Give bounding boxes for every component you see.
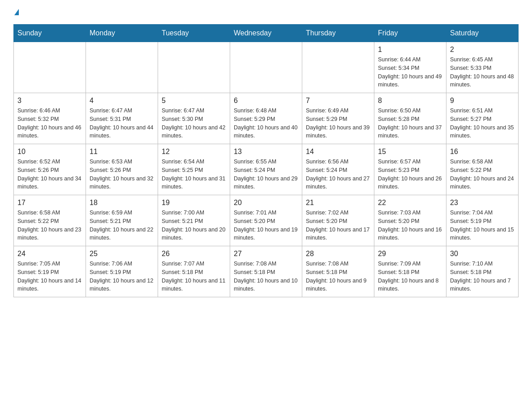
calendar-cell: 21Sunrise: 7:02 AMSunset: 5:20 PMDayligh… — [302, 195, 374, 246]
calendar-cell: 20Sunrise: 7:01 AMSunset: 5:20 PMDayligh… — [230, 195, 302, 246]
calendar-cell: 16Sunrise: 6:58 AMSunset: 5:22 PMDayligh… — [446, 144, 519, 195]
day-info: Sunrise: 7:10 AMSunset: 5:18 PMDaylight:… — [450, 260, 515, 293]
logo-triangle-icon — [14, 9, 19, 15]
day-info: Sunrise: 6:47 AMSunset: 5:30 PMDaylight:… — [162, 107, 226, 140]
day-number: 28 — [306, 250, 370, 258]
calendar-cell: 18Sunrise: 6:59 AMSunset: 5:21 PMDayligh… — [86, 195, 158, 246]
day-info: Sunrise: 6:44 AMSunset: 5:34 PMDaylight:… — [378, 56, 442, 89]
day-number: 24 — [17, 250, 82, 258]
header — [13, 9, 519, 15]
calendar-cell: 9Sunrise: 6:51 AMSunset: 5:27 PMDaylight… — [446, 93, 519, 144]
day-info: Sunrise: 6:51 AMSunset: 5:27 PMDaylight:… — [450, 107, 515, 140]
day-info: Sunrise: 6:52 AMSunset: 5:26 PMDaylight:… — [17, 158, 82, 191]
logo — [13, 9, 19, 15]
day-number: 4 — [90, 97, 154, 105]
day-info: Sunrise: 6:46 AMSunset: 5:32 PMDaylight:… — [17, 107, 82, 140]
calendar-cell — [158, 42, 230, 93]
day-number: 30 — [450, 250, 515, 258]
calendar-cell: 15Sunrise: 6:57 AMSunset: 5:23 PMDayligh… — [374, 144, 446, 195]
day-number: 19 — [162, 199, 226, 207]
calendar-body: 1Sunrise: 6:44 AMSunset: 5:34 PMDaylight… — [14, 42, 519, 297]
day-info: Sunrise: 6:55 AMSunset: 5:24 PMDaylight:… — [234, 158, 298, 191]
header-day-friday: Friday — [374, 25, 446, 42]
day-number: 5 — [162, 97, 226, 105]
header-day-monday: Monday — [86, 25, 158, 42]
calendar-cell: 29Sunrise: 7:09 AMSunset: 5:18 PMDayligh… — [374, 246, 446, 297]
header-day-wednesday: Wednesday — [230, 25, 302, 42]
day-info: Sunrise: 7:09 AMSunset: 5:18 PMDaylight:… — [378, 260, 442, 293]
day-info: Sunrise: 6:49 AMSunset: 5:29 PMDaylight:… — [306, 107, 370, 140]
calendar-cell: 7Sunrise: 6:49 AMSunset: 5:29 PMDaylight… — [302, 93, 374, 144]
header-day-saturday: Saturday — [446, 25, 519, 42]
day-number: 8 — [378, 97, 442, 105]
day-info: Sunrise: 6:57 AMSunset: 5:23 PMDaylight:… — [378, 158, 442, 191]
calendar-cell: 3Sunrise: 6:46 AMSunset: 5:32 PMDaylight… — [14, 93, 86, 144]
calendar-cell: 12Sunrise: 6:54 AMSunset: 5:25 PMDayligh… — [158, 144, 230, 195]
day-number: 18 — [90, 199, 154, 207]
calendar-header: SundayMondayTuesdayWednesdayThursdayFrid… — [14, 25, 519, 42]
week-row-1: 3Sunrise: 6:46 AMSunset: 5:32 PMDaylight… — [14, 93, 519, 144]
day-info: Sunrise: 7:03 AMSunset: 5:20 PMDaylight:… — [378, 209, 442, 242]
day-number: 11 — [90, 148, 154, 156]
day-info: Sunrise: 6:50 AMSunset: 5:28 PMDaylight:… — [378, 107, 442, 140]
day-info: Sunrise: 7:02 AMSunset: 5:20 PMDaylight:… — [306, 209, 370, 242]
week-row-4: 24Sunrise: 7:05 AMSunset: 5:19 PMDayligh… — [14, 246, 519, 297]
day-number: 25 — [90, 250, 154, 258]
day-number: 14 — [306, 148, 370, 156]
day-number: 12 — [162, 148, 226, 156]
day-info: Sunrise: 7:08 AMSunset: 5:18 PMDaylight:… — [306, 260, 370, 293]
day-number: 9 — [450, 97, 515, 105]
day-number: 3 — [17, 97, 82, 105]
day-number: 7 — [306, 97, 370, 105]
day-info: Sunrise: 6:45 AMSunset: 5:33 PMDaylight:… — [450, 56, 515, 89]
calendar-cell: 13Sunrise: 6:55 AMSunset: 5:24 PMDayligh… — [230, 144, 302, 195]
header-day-thursday: Thursday — [302, 25, 374, 42]
day-info: Sunrise: 6:59 AMSunset: 5:21 PMDaylight:… — [90, 209, 154, 242]
calendar-cell — [14, 42, 86, 93]
calendar-table: SundayMondayTuesdayWednesdayThursdayFrid… — [13, 24, 519, 297]
calendar-cell: 25Sunrise: 7:06 AMSunset: 5:19 PMDayligh… — [86, 246, 158, 297]
day-number: 17 — [17, 199, 82, 207]
day-number: 21 — [306, 199, 370, 207]
calendar-cell: 26Sunrise: 7:07 AMSunset: 5:18 PMDayligh… — [158, 246, 230, 297]
day-number: 15 — [378, 148, 442, 156]
week-row-3: 17Sunrise: 6:58 AMSunset: 5:22 PMDayligh… — [14, 195, 519, 246]
calendar-cell: 19Sunrise: 7:00 AMSunset: 5:21 PMDayligh… — [158, 195, 230, 246]
week-row-2: 10Sunrise: 6:52 AMSunset: 5:26 PMDayligh… — [14, 144, 519, 195]
calendar-cell: 30Sunrise: 7:10 AMSunset: 5:18 PMDayligh… — [446, 246, 519, 297]
calendar-cell: 11Sunrise: 6:53 AMSunset: 5:26 PMDayligh… — [86, 144, 158, 195]
calendar-cell: 23Sunrise: 7:04 AMSunset: 5:19 PMDayligh… — [446, 195, 519, 246]
calendar-cell: 5Sunrise: 6:47 AMSunset: 5:30 PMDaylight… — [158, 93, 230, 144]
day-number: 26 — [162, 250, 226, 258]
day-number: 22 — [378, 199, 442, 207]
calendar-cell: 17Sunrise: 6:58 AMSunset: 5:22 PMDayligh… — [14, 195, 86, 246]
day-info: Sunrise: 7:04 AMSunset: 5:19 PMDaylight:… — [450, 209, 515, 242]
day-info: Sunrise: 6:58 AMSunset: 5:22 PMDaylight:… — [450, 158, 515, 191]
day-info: Sunrise: 7:05 AMSunset: 5:19 PMDaylight:… — [17, 260, 82, 293]
header-day-tuesday: Tuesday — [158, 25, 230, 42]
calendar-cell: 6Sunrise: 6:48 AMSunset: 5:29 PMDaylight… — [230, 93, 302, 144]
calendar-cell — [302, 42, 374, 93]
day-info: Sunrise: 7:01 AMSunset: 5:20 PMDaylight:… — [234, 209, 298, 242]
day-info: Sunrise: 6:58 AMSunset: 5:22 PMDaylight:… — [17, 209, 82, 242]
day-number: 27 — [234, 250, 298, 258]
day-number: 1 — [378, 46, 442, 54]
calendar-cell: 28Sunrise: 7:08 AMSunset: 5:18 PMDayligh… — [302, 246, 374, 297]
day-info: Sunrise: 6:56 AMSunset: 5:24 PMDaylight:… — [306, 158, 370, 191]
day-info: Sunrise: 6:47 AMSunset: 5:31 PMDaylight:… — [90, 107, 154, 140]
calendar-cell — [86, 42, 158, 93]
day-info: Sunrise: 7:08 AMSunset: 5:18 PMDaylight:… — [234, 260, 298, 293]
calendar-cell: 22Sunrise: 7:03 AMSunset: 5:20 PMDayligh… — [374, 195, 446, 246]
day-number: 10 — [17, 148, 82, 156]
calendar-cell: 24Sunrise: 7:05 AMSunset: 5:19 PMDayligh… — [14, 246, 86, 297]
day-number: 6 — [234, 97, 298, 105]
calendar-cell — [230, 42, 302, 93]
day-info: Sunrise: 7:06 AMSunset: 5:19 PMDaylight:… — [90, 260, 154, 293]
calendar-cell: 8Sunrise: 6:50 AMSunset: 5:28 PMDaylight… — [374, 93, 446, 144]
day-info: Sunrise: 6:54 AMSunset: 5:25 PMDaylight:… — [162, 158, 226, 191]
calendar-cell: 2Sunrise: 6:45 AMSunset: 5:33 PMDaylight… — [446, 42, 519, 93]
day-number: 2 — [450, 46, 515, 54]
header-row: SundayMondayTuesdayWednesdayThursdayFrid… — [14, 25, 519, 42]
day-info: Sunrise: 7:07 AMSunset: 5:18 PMDaylight:… — [162, 260, 226, 293]
day-number: 16 — [450, 148, 515, 156]
